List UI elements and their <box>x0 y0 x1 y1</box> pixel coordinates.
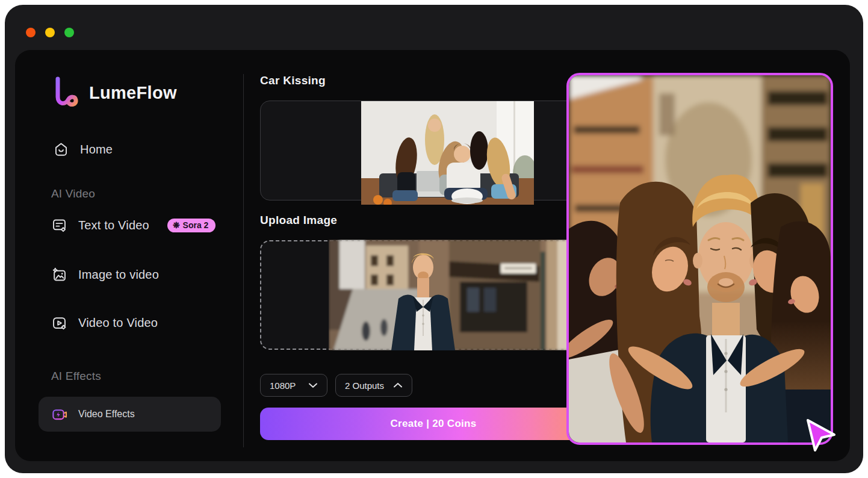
minimize-window-button[interactable] <box>45 28 55 37</box>
sidebar-divider <box>243 74 244 447</box>
sidebar-item-video-to-video[interactable]: Video to Video <box>51 315 158 331</box>
sidebar-item-label: Home <box>80 143 113 157</box>
sidebar-item-label: Image to video <box>78 268 159 282</box>
resolution-value: 1080P <box>270 380 296 391</box>
result-preview-popup <box>566 73 833 445</box>
screen: LumeFlow Home AI Video Text to Video <box>0 0 868 478</box>
sidebar-item-label: Video to Video <box>78 316 158 330</box>
uploaded-image <box>329 240 607 350</box>
window-controls <box>26 28 74 37</box>
maximize-window-button[interactable] <box>64 28 74 37</box>
image-to-video-icon <box>51 267 67 283</box>
app-panel: LumeFlow Home AI Video Text to Video <box>15 50 850 461</box>
upload-title: Upload Image <box>260 214 337 227</box>
openai-icon: ❋ <box>173 221 180 229</box>
sidebar-item-label: Video Effects <box>78 409 135 420</box>
create-button[interactable]: Create | 20 Coins <box>260 408 607 440</box>
resolution-select[interactable]: 1080P <box>260 374 327 397</box>
mouse-cursor-icon <box>804 418 838 453</box>
outputs-select[interactable]: 2 Outputs <box>335 374 412 397</box>
close-window-button[interactable] <box>26 28 36 37</box>
chevron-down-icon <box>308 382 318 388</box>
brand-logo[interactable]: LumeFlow <box>52 76 177 109</box>
effect-title: Car Kissing <box>260 74 326 87</box>
sidebar-item-text-to-video[interactable]: Text to Video ❋Sora 2 <box>51 217 215 234</box>
outputs-value: 2 Outputs <box>345 380 384 391</box>
sidebar-item-image-to-video[interactable]: Image to video <box>51 267 159 283</box>
video-effects-icon <box>51 406 67 423</box>
section-header-ai-effects: AI Effects <box>51 370 101 383</box>
app-window: LumeFlow Home AI Video Text to Video <box>5 5 863 473</box>
chevron-up-icon <box>393 382 403 388</box>
video-to-video-icon <box>51 315 67 331</box>
sidebar-item-video-effects[interactable]: Video Effects <box>39 397 221 432</box>
lumeflow-logo-icon <box>52 76 79 109</box>
section-header-ai-video: AI Video <box>51 187 95 200</box>
effect-template-preview-image <box>361 101 534 205</box>
sidebar-item-label: Text to Video <box>78 219 149 232</box>
sora2-badge: ❋Sora 2 <box>167 219 216 232</box>
sidebar-item-home[interactable]: Home <box>53 141 113 158</box>
brand-name: LumeFlow <box>89 83 177 103</box>
text-to-video-icon <box>51 217 67 234</box>
home-icon <box>53 141 69 158</box>
